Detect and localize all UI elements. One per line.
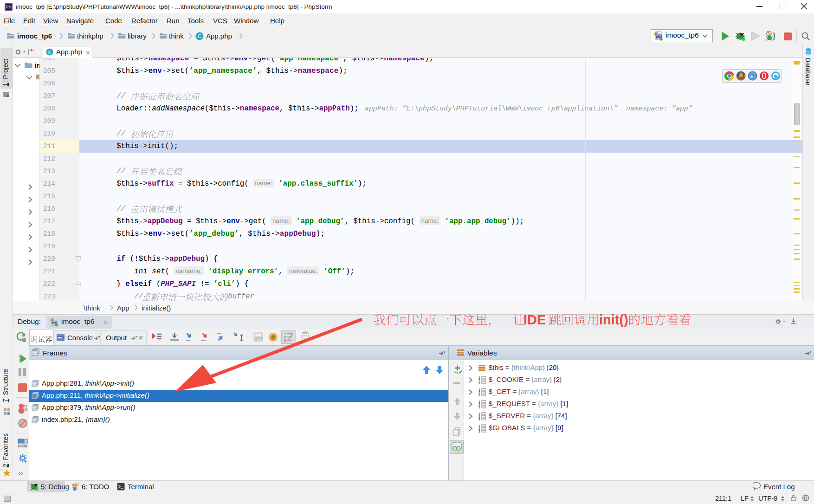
svg-text:<>: <>	[32, 383, 36, 386]
svg-text:PS: PS	[6, 5, 11, 9]
svg-text:3: 3	[478, 418, 480, 420]
svg-text:3: 3	[478, 394, 480, 396]
svg-text:3: 3	[478, 430, 480, 433]
svg-text:<>: <>	[32, 407, 36, 410]
svg-text:<>: <>	[32, 395, 36, 398]
svg-text:C: C	[48, 50, 51, 55]
svg-text:3: 3	[478, 381, 480, 384]
svg-text:init(): init()	[599, 312, 628, 327]
svg-text:3: 3	[478, 406, 480, 408]
svg-text:C: C	[198, 33, 201, 39]
svg-text:<>: <>	[32, 419, 36, 422]
svg-text:IDE: IDE	[523, 312, 546, 327]
svg-text:<>: <>	[32, 352, 36, 355]
